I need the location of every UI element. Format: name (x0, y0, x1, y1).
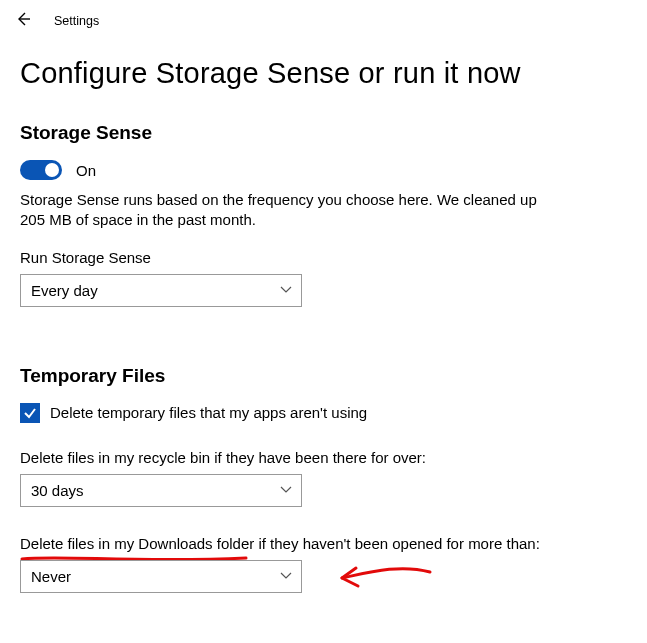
storage-sense-toggle[interactable] (20, 160, 62, 180)
downloads-folder-dropdown[interactable]: Never (20, 560, 302, 593)
run-storage-sense-label: Run Storage Sense (20, 249, 627, 266)
page-title: Configure Storage Sense or run it now (20, 57, 627, 90)
chevron-down-icon (279, 282, 293, 299)
storage-sense-toggle-row: On (20, 160, 627, 180)
toggle-knob-icon (45, 163, 59, 177)
storage-sense-toggle-label: On (76, 162, 96, 179)
window-header: Settings (0, 0, 647, 37)
chevron-down-icon (279, 568, 293, 585)
annotation-arrow-icon (330, 558, 440, 598)
section-storage-sense-title: Storage Sense (20, 122, 627, 144)
back-arrow-icon[interactable] (14, 10, 32, 31)
recycle-bin-value: 30 days (31, 482, 84, 499)
delete-temp-files-row: Delete temporary files that my apps aren… (20, 403, 627, 423)
section-temporary-files-title: Temporary Files (20, 365, 627, 387)
run-storage-sense-value: Every day (31, 282, 98, 299)
recycle-bin-label: Delete files in my recycle bin if they h… (20, 449, 627, 466)
recycle-bin-dropdown[interactable]: 30 days (20, 474, 302, 507)
run-storage-sense-dropdown[interactable]: Every day (20, 274, 302, 307)
downloads-folder-label: Delete files in my Downloads folder if t… (20, 535, 627, 552)
page-content: Configure Storage Sense or run it now St… (0, 37, 647, 625)
storage-sense-description: Storage Sense runs based on the frequenc… (20, 190, 560, 231)
delete-temp-files-label: Delete temporary files that my apps aren… (50, 404, 367, 421)
chevron-down-icon (279, 482, 293, 499)
downloads-folder-value: Never (31, 568, 71, 585)
header-app-label: Settings (54, 14, 99, 28)
delete-temp-files-checkbox[interactable] (20, 403, 40, 423)
